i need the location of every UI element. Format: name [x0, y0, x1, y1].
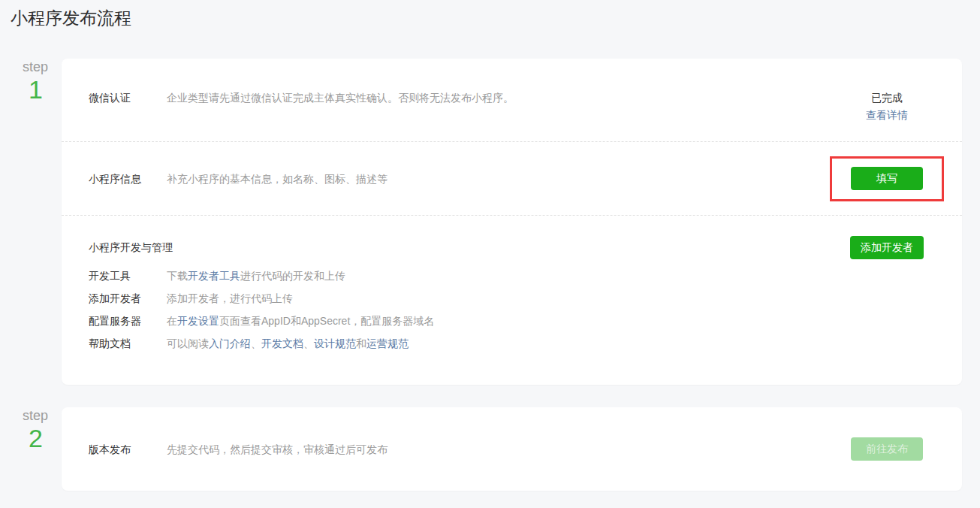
version-release-desc: 先提交代码，然后提交审核，审核通过后可发布: [167, 442, 827, 457]
intro-guide-link[interactable]: 入门介绍: [209, 337, 251, 349]
wechat-verify-status-area: 已完成 查看详情: [827, 90, 947, 122]
add-developer-row: 添加开发者 添加开发者，进行代码上传: [89, 287, 947, 310]
dev-tools-row: 开发工具 下载开发者工具进行代码的开发和上传: [89, 265, 947, 287]
text-segment: 可以阅读: [167, 337, 209, 349]
step1-indicator: step 1: [0, 59, 48, 104]
help-docs-desc: 可以阅读入门介绍、开发文档、设计规范和运营规范: [167, 332, 947, 355]
version-release-label: 版本发布: [89, 442, 167, 457]
help-docs-label: 帮助文档: [89, 332, 167, 355]
status-completed: 已完成: [871, 90, 903, 105]
mp-info-action-area: 填写: [827, 156, 947, 201]
step1-number: 1: [0, 75, 48, 104]
step2-card: 版本发布 先提交代码，然后提交审核，审核通过后可发布 前往发布: [62, 407, 962, 491]
mp-info-desc: 补充小程序的基本信息，如名称、图标、描述等: [167, 171, 827, 186]
wechat-verify-row: 微信认证 企业类型请先通过微信认证完成主体真实性确认。否则将无法发布小程序。 已…: [89, 90, 947, 122]
text-segment: 添加开发者，进行代码上传: [167, 292, 293, 304]
version-release-action-area: 前往发布: [827, 437, 947, 461]
wechat-verify-label: 微信认证: [89, 90, 167, 105]
dev-docs-link[interactable]: 开发文档: [261, 337, 303, 349]
dev-settings-link[interactable]: 开发设置: [177, 315, 219, 327]
page-title: 小程序发布流程: [0, 0, 980, 29]
step1-card: 微信认证 企业类型请先通过微信认证完成主体真实性确认。否则将无法发布小程序。 已…: [62, 59, 962, 385]
text-segment: 进行代码的开发和上传: [240, 270, 345, 282]
text-segment: 在: [167, 315, 177, 327]
config-server-row: 配置服务器 在开发设置页面查看AppID和AppSecret，配置服务器域名: [89, 310, 947, 332]
text-segment: 和: [356, 337, 366, 349]
dev-management-header-row: 小程序开发与管理 添加开发者: [89, 234, 947, 262]
dev-tools-label: 开发工具: [89, 265, 167, 287]
design-spec-link[interactable]: 设计规范: [314, 337, 356, 349]
dev-management-action-area: 添加开发者: [827, 236, 947, 259]
help-docs-row: 帮助文档 可以阅读入门介绍、开发文档、设计规范和运营规范: [89, 332, 947, 355]
config-server-desc: 在开发设置页面查看AppID和AppSecret，配置服务器域名: [167, 310, 947, 332]
step2-indicator: step 2: [0, 407, 48, 452]
step2-number: 2: [0, 424, 48, 452]
operation-spec-link[interactable]: 运营规范: [366, 337, 409, 349]
config-server-label: 配置服务器: [89, 310, 167, 332]
mp-info-section: 小程序信息 补充小程序的基本信息，如名称、图标、描述等 填写: [62, 142, 962, 216]
step2-word: step: [0, 407, 48, 424]
mp-info-label: 小程序信息: [89, 171, 167, 186]
view-details-link[interactable]: 查看详情: [866, 107, 908, 122]
fill-in-button[interactable]: 填写: [851, 167, 923, 190]
step1-word: step: [0, 59, 48, 75]
dev-tools-desc: 下载开发者工具进行代码的开发和上传: [167, 265, 947, 287]
wechat-verify-section: 微信认证 企业类型请先通过微信认证完成主体真实性确认。否则将无法发布小程序。 已…: [62, 59, 962, 142]
developer-tools-link[interactable]: 开发者工具: [188, 270, 240, 282]
version-release-row: 版本发布 先提交代码，然后提交审核，审核通过后可发布 前往发布: [89, 437, 947, 461]
text-segment: 页面查看AppID和AppSecret，配置服务器域名: [219, 315, 434, 327]
go-publish-button[interactable]: 前往发布: [851, 437, 923, 461]
wechat-verify-desc: 企业类型请先通过微信认证完成主体真实性确认。否则将无法发布小程序。: [167, 90, 827, 105]
mp-info-row: 小程序信息 补充小程序的基本信息，如名称、图标、描述等 填写: [89, 156, 947, 201]
highlight-box: 填写: [830, 156, 944, 201]
add-developer-button[interactable]: 添加开发者: [850, 236, 924, 259]
text-segment: 下载: [167, 270, 188, 282]
dev-management-title: 小程序开发与管理: [89, 241, 173, 255]
step2-block: step 2 版本发布 先提交代码，然后提交审核，审核通过后可发布 前往发布: [0, 407, 980, 491]
step1-block: step 1 微信认证 企业类型请先通过微信认证完成主体真实性确认。否则将无法发…: [0, 59, 980, 385]
add-developer-desc: 添加开发者，进行代码上传: [167, 287, 947, 310]
add-developer-label: 添加开发者: [89, 287, 167, 310]
version-release-section: 版本发布 先提交代码，然后提交审核，审核通过后可发布 前往发布: [62, 407, 962, 491]
text-segment: 、: [303, 337, 314, 349]
text-segment: 、: [251, 337, 261, 349]
dev-management-section: 小程序开发与管理 添加开发者 开发工具 下载开发者工具进行代码的开发和上传 添加…: [62, 216, 962, 385]
